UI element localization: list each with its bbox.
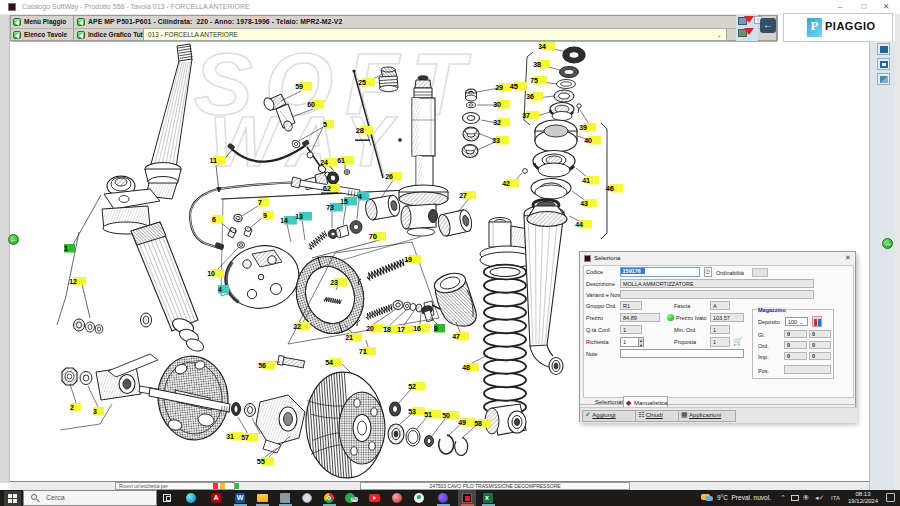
svg-text:45: 45 xyxy=(510,82,518,91)
svg-text:75: 75 xyxy=(530,77,538,84)
svg-text:25: 25 xyxy=(358,79,366,86)
svg-text:3: 3 xyxy=(93,408,97,415)
svg-text:41: 41 xyxy=(582,177,590,184)
svg-text:47: 47 xyxy=(452,333,460,340)
svg-text:46: 46 xyxy=(606,184,614,193)
svg-text:14: 14 xyxy=(280,217,288,224)
svg-text:23: 23 xyxy=(330,279,338,286)
svg-text:55: 55 xyxy=(257,457,265,466)
svg-text:9: 9 xyxy=(263,212,267,219)
svg-text:44: 44 xyxy=(575,221,583,228)
svg-text:8: 8 xyxy=(434,325,438,332)
svg-text:11: 11 xyxy=(210,157,218,164)
svg-text:21: 21 xyxy=(345,334,353,341)
svg-text:53: 53 xyxy=(408,408,416,415)
svg-text:38: 38 xyxy=(533,61,541,68)
svg-text:19: 19 xyxy=(404,256,412,263)
svg-text:51: 51 xyxy=(424,411,432,418)
svg-text:29: 29 xyxy=(495,84,503,91)
svg-text:59: 59 xyxy=(295,83,303,90)
svg-text:33: 33 xyxy=(492,137,500,144)
svg-text:62: 62 xyxy=(323,184,331,193)
svg-text:36: 36 xyxy=(526,93,534,100)
svg-text:16: 16 xyxy=(413,325,421,332)
svg-text:6: 6 xyxy=(212,216,216,223)
svg-text:57: 57 xyxy=(241,434,249,441)
svg-text:70: 70 xyxy=(369,232,377,241)
svg-text:26: 26 xyxy=(385,173,393,180)
svg-text:10: 10 xyxy=(207,270,215,277)
svg-text:54: 54 xyxy=(325,359,333,366)
svg-text:56: 56 xyxy=(258,362,266,369)
svg-text:2: 2 xyxy=(70,404,74,411)
svg-text:34: 34 xyxy=(538,43,546,50)
svg-text:37: 37 xyxy=(522,112,530,119)
svg-text:48: 48 xyxy=(462,364,470,371)
svg-text:43: 43 xyxy=(580,200,588,207)
svg-text:24: 24 xyxy=(320,159,328,166)
svg-text:71: 71 xyxy=(359,347,367,356)
svg-text:27: 27 xyxy=(459,192,467,199)
svg-text:17: 17 xyxy=(397,326,405,333)
svg-text:30: 30 xyxy=(493,101,501,108)
svg-text:28: 28 xyxy=(356,126,364,135)
svg-text:1: 1 xyxy=(64,245,68,252)
svg-text:20: 20 xyxy=(366,325,374,332)
svg-text:5: 5 xyxy=(323,121,327,128)
svg-text:73: 73 xyxy=(326,204,334,211)
svg-text:40: 40 xyxy=(584,137,592,144)
svg-text:39: 39 xyxy=(579,124,587,131)
svg-text:13: 13 xyxy=(295,213,303,220)
svg-text:7: 7 xyxy=(258,199,262,206)
svg-text:31: 31 xyxy=(226,433,234,440)
svg-text:50: 50 xyxy=(442,412,450,419)
svg-text:4: 4 xyxy=(218,286,222,293)
svg-text:49: 49 xyxy=(458,419,466,426)
svg-text:22: 22 xyxy=(293,323,301,330)
svg-text:42: 42 xyxy=(502,180,510,187)
svg-text:58: 58 xyxy=(474,420,482,427)
svg-text:61: 61 xyxy=(337,157,345,164)
svg-text:12: 12 xyxy=(69,278,77,285)
svg-text:60: 60 xyxy=(307,101,315,108)
svg-text:15: 15 xyxy=(340,198,348,205)
svg-text:4: 4 xyxy=(358,193,362,200)
svg-text:32: 32 xyxy=(493,119,501,126)
svg-text:18: 18 xyxy=(383,326,391,333)
svg-text:52: 52 xyxy=(408,383,416,390)
